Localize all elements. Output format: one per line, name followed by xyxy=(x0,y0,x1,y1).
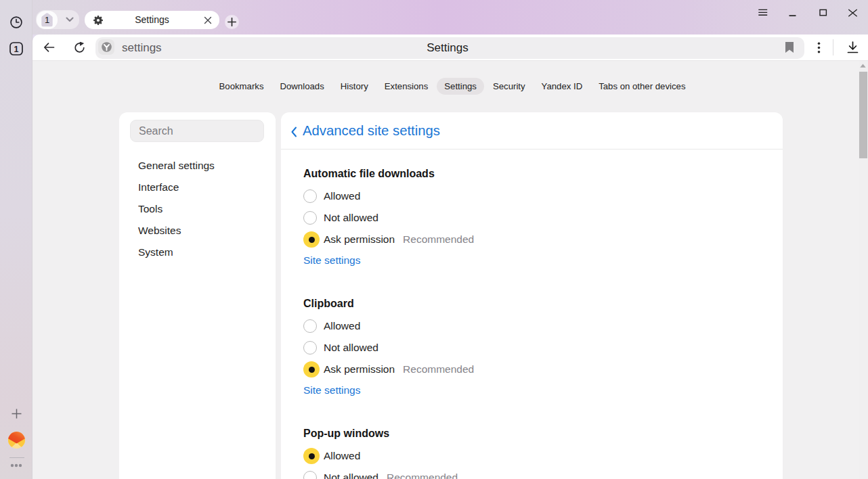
svg-text:1: 1 xyxy=(45,15,49,25)
svg-text:1: 1 xyxy=(14,45,19,54)
